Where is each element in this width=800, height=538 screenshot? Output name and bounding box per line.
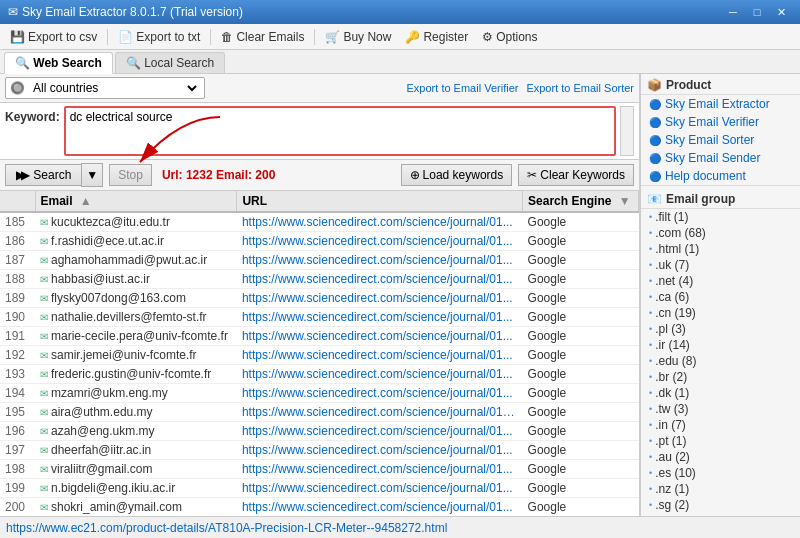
group-item[interactable]: •.sg (2) xyxy=(641,497,800,513)
table-row: 188 ✉habbasi@iust.ac.ir https://www.scie… xyxy=(0,270,639,289)
url-cell[interactable]: https://www.sciencedirect.com/science/jo… xyxy=(237,251,523,270)
email-cell[interactable]: ✉kucuktezca@itu.edu.tr xyxy=(35,212,237,232)
email-cell[interactable]: ✉marie-cecile.pera@univ-fcomte.fr xyxy=(35,327,237,346)
buy-now-menu[interactable]: 🛒 Buy Now xyxy=(319,28,397,46)
export-csv-menu[interactable]: 💾 Export to csv xyxy=(4,28,103,46)
group-item[interactable]: •.edu (8) xyxy=(641,353,800,369)
load-keywords-button[interactable]: ⊕ Load keywords xyxy=(401,164,513,186)
email-cell[interactable]: ✉shokri_amin@ymail.com xyxy=(35,498,237,517)
group-item[interactable]: •.ir (14) xyxy=(641,337,800,353)
email-cell[interactable]: ✉samir.jemei@univ-fcomte.fr xyxy=(35,346,237,365)
url-cell[interactable]: https://www.sciencedirect.com/science/jo… xyxy=(237,327,523,346)
group-item[interactable]: •.com (68) xyxy=(641,225,800,241)
url-cell[interactable]: https://www.sciencedirect.com/science/jo… xyxy=(237,365,523,384)
clear-keywords-button[interactable]: ✂ Clear Keywords xyxy=(518,164,634,186)
url-cell[interactable]: https://www.sciencedirect.com/science/jo… xyxy=(237,479,523,498)
url-cell[interactable]: https://www.sciencedirect.com/science/jo… xyxy=(237,232,523,251)
group-item[interactable]: •.uk (7) xyxy=(641,257,800,273)
product-item[interactable]: 🔵Sky Email Verifier xyxy=(641,113,800,131)
product-item[interactable]: 🔵Help document xyxy=(641,167,800,185)
export-txt-menu[interactable]: 📄 Export to txt xyxy=(112,28,206,46)
row-number: 195 xyxy=(0,403,35,422)
group-item[interactable]: •.br (2) xyxy=(641,369,800,385)
url-cell[interactable]: https://www.sciencedirect.com/science/jo… xyxy=(237,403,523,422)
group-item[interactable]: •.au (2) xyxy=(641,449,800,465)
row-number: 188 xyxy=(0,270,35,289)
minimize-button[interactable]: ─ xyxy=(722,3,744,21)
group-items: •.filt (1)•.com (68)•.html (1)•.uk (7)•.… xyxy=(641,209,800,513)
keyword-label: Keyword: xyxy=(5,106,60,124)
clear-keywords-icon: ✂ xyxy=(527,168,537,182)
row-number: 197 xyxy=(0,441,35,460)
email-cell[interactable]: ✉viraliitr@gmail.com xyxy=(35,460,237,479)
group-item[interactable]: •.nz (1) xyxy=(641,481,800,497)
group-item[interactable]: •.dk (1) xyxy=(641,385,800,401)
group-item[interactable]: •.es (10) xyxy=(641,465,800,481)
email-cell[interactable]: ✉azah@eng.ukm.my xyxy=(35,422,237,441)
email-cell[interactable]: ✉aira@uthm.edu.my xyxy=(35,403,237,422)
close-button[interactable]: ✕ xyxy=(770,3,792,21)
product-item[interactable]: 🔵Sky Email Extractor xyxy=(641,95,800,113)
group-item[interactable]: •.pl (3) xyxy=(641,321,800,337)
product-items: 🔵Sky Email Extractor🔵Sky Email Verifier🔵… xyxy=(641,95,800,185)
row-number: 190 xyxy=(0,308,35,327)
table-row: 187 ✉aghamohammadi@pwut.ac.ir https://ww… xyxy=(0,251,639,270)
clear-emails-menu[interactable]: 🗑 Clear Emails xyxy=(215,28,310,46)
group-item[interactable]: •.html (1) xyxy=(641,241,800,257)
maximize-button[interactable]: □ xyxy=(746,3,768,21)
url-cell[interactable]: https://www.sciencedirect.com/science/jo… xyxy=(237,346,523,365)
export-verifier-link[interactable]: Export to Email Verifier xyxy=(407,82,519,94)
email-cell[interactable]: ✉f.rashidi@ece.ut.ac.ir xyxy=(35,232,237,251)
email-cell[interactable]: ✉flysky007dong@163.com xyxy=(35,289,237,308)
group-item[interactable]: •.net (4) xyxy=(641,273,800,289)
action-row: ▶ ▶ Search ▼ Stop Url: 1232 Email: 200 ⊕… xyxy=(0,160,639,191)
url-cell[interactable]: https://www.sciencedirect.com/science/jo… xyxy=(237,384,523,403)
email-cell[interactable]: ✉dheerfah@iitr.ac.in xyxy=(35,441,237,460)
group-item[interactable]: •.filt (1) xyxy=(641,209,800,225)
group-item[interactable]: •.pt (1) xyxy=(641,433,800,449)
email-cell[interactable]: ✉mzamri@ukm.eng.my xyxy=(35,384,237,403)
product-item[interactable]: 🔵Sky Email Sorter xyxy=(641,131,800,149)
group-item[interactable]: •.tw (3) xyxy=(641,401,800,417)
engine-cell: Google xyxy=(523,460,639,479)
product-title: 📦 Product xyxy=(641,74,800,95)
search-dropdown-button[interactable]: ▼ xyxy=(81,163,103,187)
email-cell[interactable]: ✉nathalie.devillers@femto-st.fr xyxy=(35,308,237,327)
url-cell[interactable]: https://www.sciencedirect.com/science/jo… xyxy=(237,460,523,479)
search-button[interactable]: ▶ ▶ Search xyxy=(5,164,81,186)
group-item[interactable]: •.in (7) xyxy=(641,417,800,433)
url-cell[interactable]: https://www.sciencedirect.com/science/jo… xyxy=(237,441,523,460)
email-cell[interactable]: ✉n.bigdeli@eng.ikiu.ac.ir xyxy=(35,479,237,498)
url-cell[interactable]: https://www.sciencedirect.com/science/jo… xyxy=(237,308,523,327)
engine-cell: Google xyxy=(523,422,639,441)
group-item[interactable]: •.cn (19) xyxy=(641,305,800,321)
url-cell[interactable]: https://www.sciencedirect.com/science/jo… xyxy=(237,270,523,289)
url-cell[interactable]: https://www.sciencedirect.com/science/jo… xyxy=(237,498,523,517)
keyword-scrollbar[interactable] xyxy=(620,106,634,156)
email-cell[interactable]: ✉frederic.gustin@univ-fcomte.fr xyxy=(35,365,237,384)
email-cell[interactable]: ✉aghamohammadi@pwut.ac.ir xyxy=(35,251,237,270)
group-item-dot: • xyxy=(649,420,652,430)
search-button-group: ▶ ▶ Search ▼ xyxy=(5,163,103,187)
export-sorter-link[interactable]: Export to Email Sorter xyxy=(526,82,634,94)
product-item[interactable]: 🔵Sky Email Sender xyxy=(641,149,800,167)
options-menu[interactable]: ⚙ Options xyxy=(476,28,543,46)
url-cell[interactable]: https://www.sciencedirect.com/science/jo… xyxy=(237,422,523,441)
url-cell[interactable]: https://www.sciencedirect.com/science/jo… xyxy=(237,289,523,308)
group-item[interactable]: •.ca (6) xyxy=(641,289,800,305)
table-row: 185 ✉kucuktezca@itu.edu.tr https://www.s… xyxy=(0,212,639,232)
url-cell[interactable]: https://www.sciencedirect.com/science/jo… xyxy=(237,212,523,232)
local-search-tab[interactable]: 🔍 Local Search xyxy=(115,52,225,73)
left-panel: 🔘 All countries Export to Email Verifier… xyxy=(0,74,640,516)
app-title: Sky Email Extractor 8.0.1.7 (Trial versi… xyxy=(22,5,243,19)
web-search-tab[interactable]: 🔍 Web Search xyxy=(4,52,113,74)
country-select[interactable]: 🔘 All countries xyxy=(5,77,205,99)
row-number: 189 xyxy=(0,289,35,308)
product-item-icon: 🔵 xyxy=(649,135,661,146)
stop-button[interactable]: Stop xyxy=(109,164,152,186)
country-dropdown[interactable]: All countries xyxy=(29,80,200,96)
keyword-input[interactable]: dc electrical source xyxy=(64,106,616,156)
email-cell[interactable]: ✉habbasi@iust.ac.ir xyxy=(35,270,237,289)
register-menu[interactable]: 🔑 Register xyxy=(399,28,474,46)
group-item-dot: • xyxy=(649,228,652,238)
